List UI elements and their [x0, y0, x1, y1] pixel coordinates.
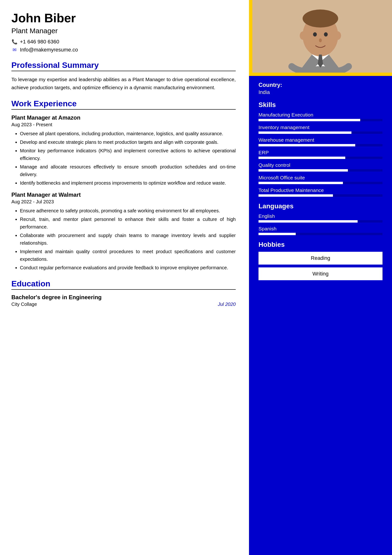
skill-bar-bg: [258, 119, 383, 121]
job-1-title: Plant Manager at Amazon: [11, 114, 236, 121]
list-item: Oversee all plant operations, including …: [20, 130, 236, 137]
skill-bar-fill: [258, 182, 343, 184]
skill-bar-fill: [258, 169, 348, 172]
list-item: Develop and execute strategic plans to m…: [20, 138, 236, 146]
work-divider: [11, 109, 236, 110]
email-icon: [11, 47, 18, 53]
job-2-title: Plant Manager at Walmart: [11, 191, 236, 198]
skill-name: Warehouse management: [258, 137, 383, 143]
job-1-bullets: Oversee all plant operations, including …: [11, 130, 236, 187]
hobbies-title: Hobbies: [258, 241, 383, 248]
skill-item: Microsoft Office suite: [258, 175, 383, 184]
skill-bar-bg: [258, 144, 383, 146]
work-section-title: Work Experience: [11, 99, 236, 108]
svg-point-7: [300, 31, 306, 40]
job-1-dates: Aug 2023 - Present: [11, 122, 236, 127]
skill-name: Manufacturing Execution: [258, 112, 383, 118]
lang-bar-bg: [258, 233, 383, 235]
edu-school: City Collage: [11, 302, 37, 307]
skill-bar-bg: [258, 194, 383, 197]
country-value: India: [258, 89, 383, 95]
skill-name: Microsoft Office suite: [258, 175, 383, 181]
edu-degree: Bachelor's degree in Engineering: [11, 294, 236, 301]
skill-item: ERP: [258, 150, 383, 159]
list-item: Collaborate with procurement and supply …: [20, 232, 236, 247]
edu-date: Jul 2020: [218, 302, 236, 307]
skill-bar-fill: [258, 194, 333, 197]
list-item: Conduct regular performance evaluations …: [20, 264, 236, 271]
list-item: Identify bottlenecks and implement proce…: [20, 179, 236, 187]
lang-bar-fill-spanish: [258, 233, 296, 235]
svg-point-8: [334, 31, 341, 40]
skill-item: Warehouse management: [258, 137, 383, 146]
summary-section-title: Professional Summary: [11, 60, 236, 70]
job-2-bullets: Ensure adherence to safety protocols, pr…: [11, 207, 236, 271]
yellow-bar-bottom: [249, 73, 392, 76]
skill-bar-fill: [258, 144, 355, 146]
edu-divider: [11, 289, 236, 290]
skill-item: Quality control: [258, 162, 383, 172]
svg-point-9: [313, 32, 317, 37]
summary-text: To leverage my expertise and leadership …: [11, 75, 236, 91]
skill-bar-fill: [258, 131, 351, 134]
skill-item: Total Productive Maintenance: [258, 187, 383, 197]
list-item: Implement and maintain quality control p…: [20, 248, 236, 263]
profile-photo: [249, 0, 392, 76]
phone-row: +1 646 980 6360: [11, 39, 236, 45]
skill-bar-fill: [258, 119, 360, 121]
job-title: Plant Manager: [11, 27, 236, 35]
edu-school-row: City Collage Jul 2020: [11, 302, 236, 307]
hobby-reading-button[interactable]: Reading: [258, 252, 383, 265]
languages-title: Languages: [258, 202, 383, 210]
phone-number: +1 646 980 6360: [20, 39, 59, 45]
skill-bar-bg: [258, 182, 383, 184]
lang-bar-bg: [258, 220, 383, 223]
lang-item-spanish: Spanish: [258, 226, 383, 235]
yellow-bar-left: [249, 0, 252, 76]
name: John Biber: [11, 11, 236, 25]
svg-point-10: [324, 32, 328, 37]
lang-item-english: English: [258, 213, 383, 223]
right-content: Country: India Skills Manufacturing Exec…: [249, 82, 392, 283]
skill-bar-bg: [258, 157, 383, 159]
skill-item: Manufacturing Execution: [258, 112, 383, 121]
list-item: Ensure adherence to safety protocols, pr…: [20, 207, 236, 214]
lang-bar-fill-english: [258, 220, 358, 223]
email-address: Info@makemyresume.co: [20, 47, 78, 53]
skill-bar-bg: [258, 169, 383, 172]
skill-name: Inventory management: [258, 124, 383, 130]
svg-point-6: [303, 9, 338, 28]
photo-container: [249, 0, 392, 76]
right-column: Country: India Skills Manufacturing Exec…: [249, 0, 392, 555]
email-row: Info@makemyresume.co: [11, 47, 236, 53]
svg-point-11: [319, 38, 322, 42]
summary-divider: [11, 71, 236, 71]
skill-name: ERP: [258, 150, 383, 155]
skill-item: Inventory management: [258, 124, 383, 134]
list-item: Recruit, train, and mentor plant personn…: [20, 215, 236, 231]
list-item: Monitor key performance indicators (KPIs…: [20, 147, 236, 162]
skill-name: Quality control: [258, 162, 383, 168]
job-2-dates: Aug 2022 - Jul 2023: [11, 199, 236, 204]
left-column: John Biber Plant Manager +1 646 980 6360…: [0, 0, 249, 555]
skill-bar-bg: [258, 131, 383, 134]
phone-icon: [11, 39, 18, 45]
edu-section-title: Education: [11, 279, 236, 288]
skill-name: Total Productive Maintenance: [258, 187, 383, 193]
skill-bar-fill: [258, 157, 345, 159]
country-label: Country:: [258, 82, 383, 88]
lang-name-spanish: Spanish: [258, 226, 383, 232]
lang-name-english: English: [258, 213, 383, 219]
skills-title: Skills: [258, 101, 383, 109]
hobby-writing-button[interactable]: Writing: [258, 267, 383, 280]
list-item: Manage and allocate resources effectivel…: [20, 163, 236, 178]
